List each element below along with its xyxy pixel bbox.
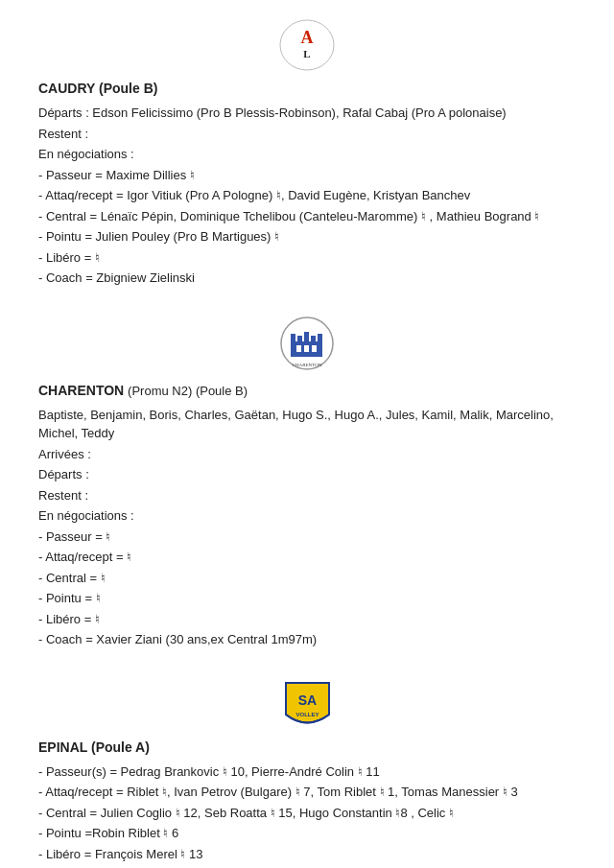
caudry-line-6: - Pointu = Julien Pouley (Pro B Martigue… [38, 227, 576, 246]
svg-text:A: A [301, 28, 314, 47]
svg-rect-5 [297, 336, 302, 341]
charenton-logo-container: CHARENTON [38, 317, 576, 377]
svg-rect-11 [304, 345, 309, 352]
charenton-logo-icon: CHARENTON [273, 317, 341, 374]
svg-text:L: L [303, 48, 310, 59]
svg-text:CHARENTON: CHARENTON [293, 363, 322, 367]
charenton-line-4: - Passeur = ♮ [38, 528, 576, 547]
charenton-line-6: - Central = ♮ [38, 569, 576, 588]
charenton-line-3: En négociations : [38, 506, 576, 526]
epinal-logo-icon: SA VOLLEY [281, 678, 334, 731]
charenton-title: CHARENTON (Promu N2) (Poule B) [38, 383, 576, 398]
charenton-info: Baptiste, Benjamin, Boris, Charles, Gaët… [38, 406, 576, 649]
caudry-line-4: - Attaq/recept = Igor Vitiuk (Pro A Polo… [38, 186, 576, 205]
epinal-section: SA VOLLEY EPINAL (Poule A) - Passeur(s) … [38, 678, 576, 869]
caudry-line-8: - Coach = Zbigniew Zielinski [38, 269, 576, 288]
epinal-line-2: - Passeur(s) = Pedrag Brankovic ♮ 10, Pi… [38, 762, 576, 782]
charenton-line-9: - Coach = Xavier Ziani (30 ans,ex Centra… [38, 630, 576, 649]
epinal-info: - Passeur(s) = Pedrag Brankovic ♮ 10, Pi… [38, 762, 576, 869]
epinal-line-5: - Pointu =Robin Riblet ♮ 6 [38, 824, 576, 843]
svg-rect-8 [318, 334, 322, 341]
charenton-intro: Baptiste, Benjamin, Boris, Charles, Gaët… [38, 406, 576, 443]
caudry-line-7: - Libéro = ♮ [38, 248, 576, 268]
epinal-line-3: - Attaq/recept = Riblet ♮, Ivan Petrov (… [38, 783, 576, 802]
charenton-line-5: - Attaq/recept = ♮ [38, 548, 576, 567]
svg-rect-4 [291, 334, 295, 341]
caudry-logo-container: A L [38, 19, 576, 75]
epinal-logo-container: SA VOLLEY [38, 678, 576, 734]
svg-rect-7 [311, 336, 316, 341]
epinal-line-4: - Central = Julien Coglio ♮ 12, Seb Roat… [38, 804, 576, 823]
svg-rect-6 [304, 332, 309, 341]
caudry-line-5: - Central = Lénaïc Pépin, Dominique Tche… [38, 207, 576, 226]
svg-text:SA: SA [297, 692, 316, 708]
charenton-line-7: - Pointu = ♮ [38, 589, 576, 608]
caudry-title: CAUDRY (Poule B) [38, 81, 576, 96]
caudry-logo-icon: A L [278, 19, 336, 72]
charenton-section: CHARENTON CHARENTON (Promu N2) (Poule B)… [38, 317, 576, 649]
caudry-info: Départs : Edson Felicissimo (Pro B Pless… [38, 104, 576, 288]
epinal-title: EPINAL (Poule A) [38, 739, 576, 755]
charenton-line-0: Arrivées : [38, 445, 576, 464]
charenton-line-2: Restent : [38, 486, 576, 505]
svg-text:VOLLEY: VOLLEY [295, 712, 319, 717]
charenton-line-8: - Libéro = ♮ [38, 610, 576, 629]
caudry-line-2: En négociations : [38, 145, 576, 164]
caudry-line-3: - Passeur = Maxime Dillies ♮ [38, 166, 576, 185]
charenton-line-1: Départs : [38, 465, 576, 484]
caudry-section: A L CAUDRY (Poule B) Départs : Edson Fel… [38, 19, 576, 288]
epinal-line-6: - Libéro = François Merel ♮ 13 [38, 845, 576, 864]
svg-rect-10 [296, 345, 301, 352]
caudry-line-0: Départs : Edson Felicissimo (Pro B Pless… [38, 104, 576, 123]
caudry-line-1: Restent : [38, 125, 576, 144]
svg-rect-12 [312, 345, 317, 352]
